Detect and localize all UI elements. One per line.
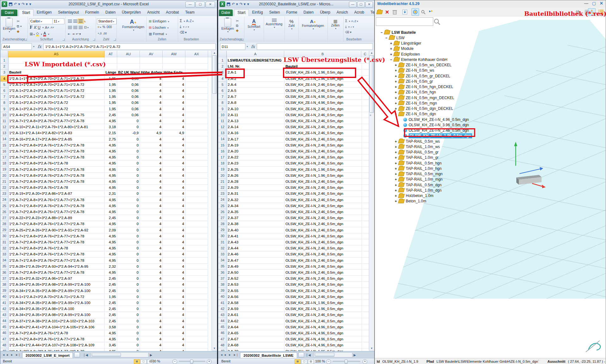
cell[interactable] bbox=[185, 118, 208, 124]
cell[interactable]: 0,06 bbox=[117, 88, 140, 93]
tree-search-icon[interactable] bbox=[434, 18, 441, 25]
cell[interactable]: 2.A-62 bbox=[227, 318, 285, 324]
row-header-14[interactable]: 14 bbox=[218, 136, 227, 142]
cell[interactable]: 2.A-47 bbox=[227, 258, 285, 263]
cell[interactable] bbox=[362, 306, 369, 312]
cell[interactable]: 2.A-32 bbox=[227, 197, 285, 203]
row-header-21[interactable]: 21 bbox=[0, 179, 8, 185]
row-header-41[interactable]: 41 bbox=[0, 300, 8, 306]
cell[interactable]: 4 bbox=[163, 282, 185, 287]
cell[interactable]: 2.A-50 bbox=[227, 270, 285, 275]
cell[interactable] bbox=[185, 100, 208, 105]
cell[interactable]: 4 bbox=[163, 167, 185, 172]
cell[interactable]: 2.A-14 bbox=[227, 124, 285, 130]
cell[interactable]: 4 bbox=[140, 100, 163, 105]
cell[interactable]: 1*2.A-7+2*2.A-8+3*2.A-76+1*2.A-77+1*2.A-… bbox=[8, 154, 105, 160]
row-header-25[interactable]: 25 bbox=[0, 203, 8, 209]
cell[interactable]: OLSW_KH_ZE-I-N_2.46_0.5m_dgn bbox=[285, 82, 362, 87]
cell[interactable] bbox=[362, 136, 369, 142]
cell[interactable] bbox=[185, 209, 208, 215]
font-size-select[interactable]: 11▾ bbox=[52, 18, 64, 24]
cell[interactable]: OLSW_KH_ZE-I-N_1.96_0.5m_dgn bbox=[285, 306, 362, 312]
cell[interactable]: 4 bbox=[163, 173, 185, 178]
cell[interactable] bbox=[185, 130, 208, 136]
cell[interactable] bbox=[362, 179, 369, 184]
expand-icon[interactable]: + bbox=[389, 47, 393, 51]
cell[interactable]: 1*2.A-1+3*2.A-2+3*2.A-70+1*2.A-72 bbox=[8, 100, 105, 105]
cell[interactable]: 4 bbox=[163, 209, 185, 215]
cell[interactable]: 4,95 bbox=[105, 239, 117, 245]
cell[interactable]: OLSW_KH_ZE-I-N_1.96_0.5m_dgn bbox=[285, 167, 362, 172]
cell[interactable]: 2.A-53 bbox=[227, 282, 285, 287]
cell[interactable]: 1,95 bbox=[105, 82, 117, 87]
row-header-15[interactable]: 15 bbox=[0, 142, 8, 148]
underline-button[interactable]: U bbox=[38, 25, 41, 30]
cell[interactable]: 4 bbox=[140, 209, 163, 215]
cell[interactable] bbox=[362, 106, 369, 112]
cell[interactable] bbox=[185, 112, 208, 118]
font-name-select[interactable]: Calibri▾ bbox=[29, 18, 53, 24]
cell[interactable]: 1*2.A-31+3*2.A-32+3*2.A-96+1*2.A-97 bbox=[8, 276, 105, 281]
cell[interactable]: OLSW_KH_ZE-I-N_2.46_0.5m_dgn bbox=[285, 258, 362, 263]
cell[interactable]: 4 bbox=[163, 94, 185, 99]
cell[interactable]: 2.A-26 bbox=[227, 173, 285, 178]
cell[interactable]: 0 bbox=[117, 173, 140, 178]
row-header-43[interactable]: 43 bbox=[0, 312, 8, 318]
fill-color-icon[interactable]: ◇ bbox=[36, 32, 39, 36]
cell[interactable] bbox=[362, 324, 369, 330]
cell[interactable]: 3,18 bbox=[105, 124, 117, 130]
cell[interactable]: 4 bbox=[140, 154, 163, 160]
cell[interactable] bbox=[185, 288, 208, 294]
formula-bar[interactable] bbox=[257, 43, 373, 50]
cell[interactable] bbox=[362, 270, 369, 275]
borders-icon[interactable]: ⊞▾ bbox=[30, 32, 35, 36]
sheet-grid[interactable]: 1234567891011121314151617181920212223242… bbox=[0, 57, 212, 351]
tree-item-ze-i-n-0-5m-gr-deckel[interactable]: +ZE-I-N_0.5m_gr_DECKEL bbox=[394, 73, 450, 79]
horizontal-scrollbar[interactable] bbox=[91, 352, 148, 357]
cell[interactable] bbox=[362, 203, 369, 209]
cell[interactable]: 4 bbox=[163, 227, 185, 233]
cell[interactable]: 1*2.A-7+1*2.A-8+3*2.A-76+2*2.A-77+1*2.A-… bbox=[8, 118, 105, 124]
minimize-button[interactable]: — bbox=[584, 1, 588, 6]
cell[interactable]: 4 bbox=[163, 318, 185, 324]
increase-indent-icon[interactable]: ⇥ bbox=[72, 32, 74, 36]
cell[interactable]: 0 bbox=[117, 209, 140, 215]
cell[interactable]: 2.A-43 bbox=[227, 239, 285, 245]
cell[interactable]: 1*2.A-7+2*2.A-8+3*2.A-76+1*2.A-77+1*2.A-… bbox=[8, 197, 105, 203]
cell[interactable]: 4,95 bbox=[105, 221, 117, 227]
column-header-AW[interactable]: AW bbox=[163, 51, 185, 57]
expand-icon[interactable]: + bbox=[394, 177, 398, 181]
cell[interactable]: OLSW_KH_ZE-I-N_2.46_0.5m_dgn bbox=[285, 294, 362, 300]
cell[interactable]: 1*2.A-7+1*2.A-8+3*2.A-76+2*2.A-77+1*2.A-… bbox=[8, 203, 105, 209]
tree-item-olsw-kh-ze-i-n-4-96-0-5m-dgn[interactable]: OLSW_KH_ZE-I-N_4.96_0.5m_dgn bbox=[399, 117, 469, 122]
row-header-27[interactable]: 27 bbox=[218, 215, 227, 221]
cell[interactable]: OLSW_KH_ZE-I-N_2.46_0.5m_dgn bbox=[285, 227, 362, 233]
cell[interactable]: 4 bbox=[140, 288, 163, 294]
row-header-1[interactable]: 1 bbox=[0, 57, 8, 63]
cell[interactable] bbox=[362, 221, 369, 227]
column-header-AS[interactable]: AS bbox=[8, 51, 105, 57]
row-header-24[interactable]: 24 bbox=[0, 197, 8, 203]
cell[interactable]: 4,95 bbox=[105, 118, 117, 124]
expand-icon[interactable]: + bbox=[394, 183, 398, 187]
row-header-42[interactable]: 42 bbox=[0, 306, 8, 312]
cell[interactable]: 4 bbox=[163, 294, 185, 300]
row-header-2[interactable]: 2 bbox=[0, 63, 8, 69]
insert-sheet-icon[interactable] bbox=[74, 352, 80, 357]
select-all-corner[interactable] bbox=[0, 51, 8, 57]
cell[interactable]: 4 bbox=[163, 288, 185, 294]
dialog-launcher-icon[interactable] bbox=[25, 39, 27, 41]
cell[interactable] bbox=[185, 221, 208, 227]
align-top-icon[interactable] bbox=[68, 20, 72, 23]
cell[interactable]: 4 bbox=[140, 167, 163, 172]
zoom-in-icon[interactable]: + bbox=[363, 359, 367, 364]
ribbon-tab-ansich[interactable]: Ansich bbox=[333, 9, 351, 16]
cell[interactable] bbox=[362, 258, 369, 263]
row-header-35[interactable]: 35 bbox=[0, 263, 8, 269]
decrease-decimal-icon[interactable]: ,00 bbox=[103, 32, 107, 35]
row-header-15[interactable]: 15 bbox=[218, 142, 227, 148]
tree-item-tap-rail-0-5m-hgn[interactable]: +TAP-RAIL_0.5m_hgn bbox=[394, 160, 441, 166]
cell[interactable]: 2.A-67 bbox=[227, 336, 285, 342]
cell[interactable]: 4 bbox=[163, 306, 185, 312]
cell[interactable]: 4 bbox=[140, 276, 163, 281]
